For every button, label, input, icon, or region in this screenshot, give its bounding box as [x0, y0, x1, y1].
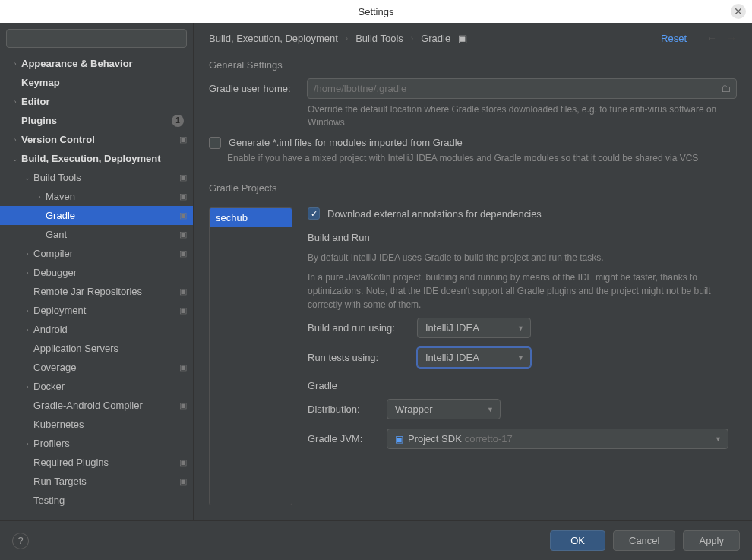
generate-iml-checkbox[interactable] [209, 137, 221, 149]
sidebar-item-label: Android [33, 324, 187, 335]
sidebar-item-testing[interactable]: Testing [0, 491, 193, 510]
sidebar-item-android[interactable]: ›Android [0, 320, 193, 339]
chevron-right-icon: › [9, 136, 21, 144]
project-scope-icon: ▣ [179, 286, 187, 296]
sidebar-item-appearance-behavior[interactable]: ›Appearance & Behavior [0, 54, 193, 73]
chevron-down-icon: ▼ [715, 435, 722, 443]
crumb-0[interactable]: Build, Execution, Deployment [209, 33, 338, 44]
chevron-right-icon: › [21, 383, 33, 391]
project-scope-icon: ▣ [179, 362, 187, 372]
sidebar-item-label: Testing [33, 495, 187, 506]
sidebar-item-maven[interactable]: ›Maven▣ [0, 187, 193, 206]
sidebar-item-label: Run Targets [33, 476, 176, 487]
build-using-label: Build and run using: [308, 322, 406, 334]
project-scope-icon: ▣ [179, 134, 187, 144]
sidebar-item-debugger[interactable]: ›Debugger [0, 263, 193, 282]
generate-iml-label: Generate *.iml files for modules importe… [229, 137, 463, 148]
download-annotations-label: Download external annotations for depend… [327, 208, 542, 220]
gradle-sub-title: Gradle [308, 380, 737, 391]
sidebar-item-kubernetes[interactable]: Kubernetes [0, 415, 193, 434]
project-item[interactable]: sechub [210, 208, 292, 227]
crumb-1[interactable]: Build Tools [355, 33, 403, 44]
chevron-right-icon: › [9, 60, 21, 68]
footer: ? OK Cancel Apply [0, 520, 752, 560]
gradle-jvm-label: Gradle JVM: [308, 433, 376, 445]
chevron-right-icon: › [9, 98, 21, 106]
project-scope-icon: ▣ [458, 33, 467, 44]
gradle-projects-legend: Gradle Projects [209, 182, 277, 194]
forward-icon[interactable]: → [726, 32, 737, 44]
sidebar-item-plugins[interactable]: Plugins1 [0, 111, 193, 130]
close-icon[interactable]: ✕ [731, 4, 746, 19]
build-run-title: Build and Run [308, 232, 737, 243]
sidebar-item-label: Profilers [33, 438, 187, 449]
sidebar-item-application-servers[interactable]: Application Servers [0, 339, 193, 358]
sidebar-item-deployment[interactable]: ›Deployment▣ [0, 301, 193, 320]
badge: 1 [172, 115, 184, 127]
sidebar-item-compiler[interactable]: ›Compiler▣ [0, 244, 193, 263]
gradle-home-hint: Override the default location where Grad… [308, 103, 737, 129]
sidebar-item-required-plugins[interactable]: Required Plugins▣ [0, 453, 193, 472]
gradle-jvm-select[interactable]: ▣ Project SDK corretto-17 ▼ [387, 429, 728, 449]
sidebar-item-label: Required Plugins [33, 457, 176, 468]
project-scope-icon: ▣ [179, 400, 187, 410]
sidebar-item-label: Coverage [33, 362, 176, 373]
gradle-home-input[interactable] [307, 78, 737, 99]
build-using-select[interactable]: IntelliJ IDEA ▼ [417, 318, 531, 338]
project-scope-icon: ▣ [179, 191, 187, 201]
tests-using-select[interactable]: IntelliJ IDEA ▼ [417, 347, 531, 368]
sidebar-item-label: Kubernetes [33, 419, 187, 430]
sidebar-item-coverage[interactable]: Coverage▣ [0, 358, 193, 377]
sidebar-item-build-execution-deployment[interactable]: ⌄Build, Execution, Deployment [0, 149, 193, 168]
project-scope-icon: ▣ [179, 210, 187, 220]
sidebar-item-label: Gant [46, 229, 176, 240]
tests-using-label: Run tests using: [308, 352, 406, 363]
folder-icon[interactable]: 🗀 [721, 83, 731, 94]
download-annotations-checkbox[interactable]: ✓ [308, 207, 320, 220]
chevron-down-icon: ⌄ [21, 174, 33, 182]
sidebar-item-gant[interactable]: Gant▣ [0, 225, 193, 244]
sidebar-item-label: Editor [21, 96, 187, 107]
divider [283, 188, 737, 188]
main: Q ›Appearance & BehaviorKeymap›EditorPlu… [0, 23, 752, 520]
chevron-right-icon: › [21, 250, 33, 258]
sidebar-item-build-tools[interactable]: ⌄Build Tools▣ [0, 168, 193, 187]
sidebar-item-profilers[interactable]: ›Profilers [0, 434, 193, 453]
ok-button[interactable]: OK [550, 530, 605, 551]
sidebar-item-label: Application Servers [33, 343, 187, 354]
crumb-2[interactable]: Gradle [421, 33, 450, 44]
sidebar-item-editor[interactable]: ›Editor [0, 92, 193, 111]
chevron-right-icon: › [33, 193, 46, 201]
generate-iml-hint: Enable if you have a mixed project with … [227, 152, 737, 165]
sidebar-item-label: Version Control [21, 134, 176, 145]
sidebar-item-label: Maven [46, 191, 176, 202]
project-scope-icon: ▣ [179, 457, 187, 467]
cancel-button[interactable]: Cancel [613, 530, 675, 551]
back-icon[interactable]: ← [706, 32, 717, 44]
chevron-right-icon: › [21, 440, 33, 448]
project-list[interactable]: sechub [209, 207, 292, 505]
sidebar-item-label: Deployment [33, 305, 176, 316]
sidebar-item-remote-jar-repositories[interactable]: Remote Jar Repositories▣ [0, 282, 193, 301]
reset-link[interactable]: Reset [661, 33, 687, 44]
chevron-down-icon: ▼ [517, 354, 524, 362]
sidebar-item-label: Docker [33, 381, 187, 392]
sidebar-item-gradle[interactable]: Gradle▣ [0, 206, 193, 225]
sidebar-item-run-targets[interactable]: Run Targets▣ [0, 472, 193, 491]
distribution-select[interactable]: Wrapper ▼ [387, 399, 501, 419]
chevron-right-icon: › [21, 307, 33, 315]
help-icon[interactable]: ? [12, 533, 29, 549]
chevron-down-icon: ⌄ [9, 155, 21, 163]
gradle-home-label: Gradle user home: [209, 83, 296, 94]
sidebar-item-label: Build Tools [33, 172, 176, 183]
project-scope-icon: ▣ [179, 172, 187, 182]
chevron-right-icon: › [21, 269, 33, 277]
search-input[interactable] [6, 29, 187, 48]
apply-button[interactable]: Apply [683, 530, 740, 551]
sidebar-item-docker[interactable]: ›Docker [0, 377, 193, 396]
sidebar-item-version-control[interactable]: ›Version Control▣ [0, 130, 193, 149]
sidebar-item-gradle-android-compiler[interactable]: Gradle-Android Compiler▣ [0, 396, 193, 415]
sidebar-item-label: Plugins [21, 115, 172, 126]
sidebar-item-keymap[interactable]: Keymap [0, 73, 193, 92]
sidebar-item-label: Appearance & Behavior [21, 58, 187, 69]
